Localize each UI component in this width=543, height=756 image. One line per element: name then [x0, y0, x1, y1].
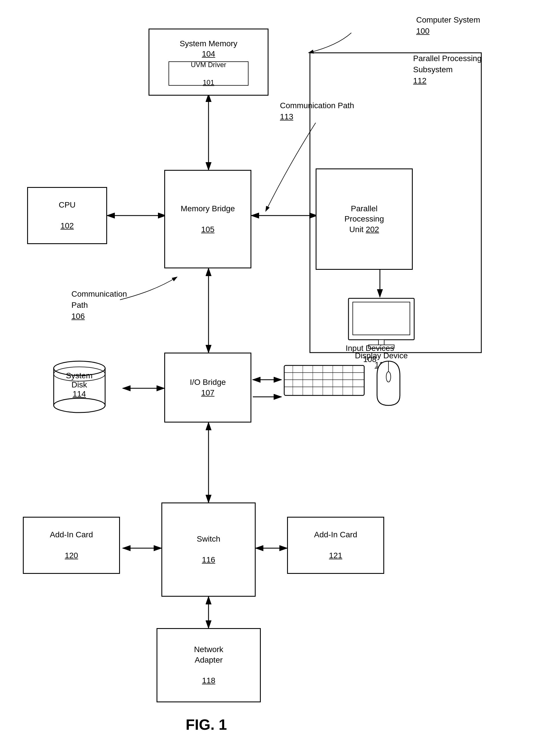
svg-rect-23	[284, 365, 364, 395]
network-adapter-box: NetworkAdapter 118	[156, 628, 261, 702]
monitor-icon	[347, 297, 416, 350]
mouse-icon	[371, 358, 406, 407]
uvm-driver-box: UVM Driver 101	[168, 61, 248, 86]
comm-path-106-label: Communication Path 106	[71, 288, 127, 322]
ppu-box: ParallelProcessingUnit 202	[316, 168, 413, 270]
computer-system-label: Computer System 100	[416, 14, 480, 37]
diagram: Computer System 100 Parallel Processing …	[0, 0, 543, 756]
comm-path-113-label: Communication Path 113	[280, 100, 354, 122]
svg-point-35	[386, 372, 391, 382]
add-in-card-120-box: Add-In Card 120	[23, 517, 120, 574]
io-bridge-box: I/O Bridge107	[164, 353, 251, 423]
parallel-processing-subsystem-label: Parallel Processing Subsystem 112	[413, 53, 482, 87]
mouse	[371, 358, 406, 408]
svg-point-21	[54, 398, 105, 413]
system-disk: SystemDisk 114	[37, 354, 121, 423]
svg-rect-16	[353, 302, 410, 335]
add-in-card-121-box: Add-In Card 121	[287, 517, 384, 574]
switch-box: Switch 116	[161, 502, 255, 597]
keyboard	[283, 364, 366, 398]
system-memory-box: System Memory 104 UVM Driver 101	[148, 29, 268, 96]
figure-label: FIG. 1	[186, 716, 227, 733]
cpu-box: CPU 102	[27, 187, 107, 244]
keyboard-icon	[283, 364, 366, 397]
memory-bridge-box: Memory Bridge 105	[164, 170, 251, 268]
